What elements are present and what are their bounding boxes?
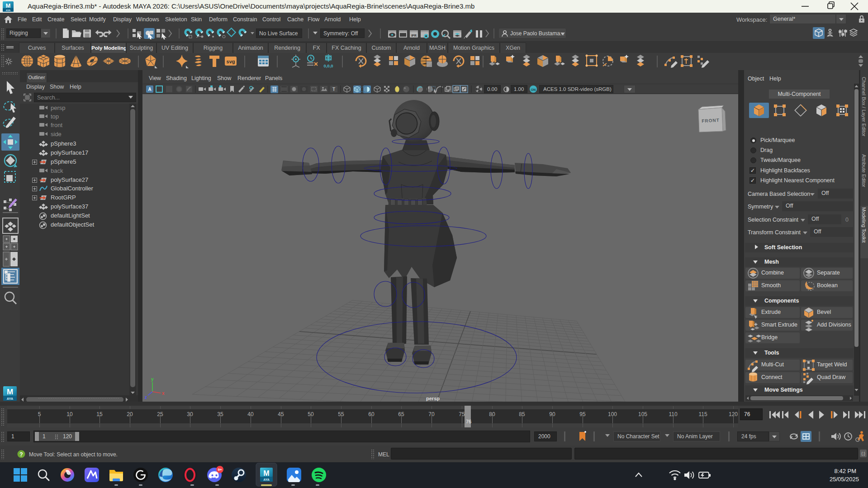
svg-text:M: M: [7, 388, 13, 396]
svg-text:9+: 9+: [218, 468, 222, 472]
svg-text:y: y: [151, 377, 154, 382]
svg-text:M: M: [263, 469, 269, 477]
svg-text:svg: svg: [227, 59, 235, 64]
svg-text:25/05/2025: 25/05/2025: [830, 476, 859, 483]
svg-text:?: ?: [19, 451, 23, 458]
svg-text:0,0,0: 0,0,0: [323, 63, 333, 68]
svg-text:ON: ON: [531, 88, 536, 91]
svg-text:8:42 PM: 8:42 PM: [835, 468, 856, 474]
svg-text:z: z: [145, 395, 147, 400]
svg-text:IPR: IPR: [411, 34, 417, 37]
svg-text:AYA: AYA: [7, 397, 14, 401]
svg-text:AYA: AYA: [6, 9, 11, 12]
svg-text:persp: persp: [426, 396, 440, 401]
svg-text:A: A: [148, 87, 151, 92]
svg-text:FRONT: FRONT: [702, 118, 720, 123]
svg-text:{;}: {;}: [861, 451, 865, 456]
svg-text:T: T: [332, 87, 335, 92]
svg-text:M: M: [6, 2, 11, 9]
svg-text:x: x: [162, 391, 165, 396]
svg-text:AYA: AYA: [263, 478, 270, 481]
